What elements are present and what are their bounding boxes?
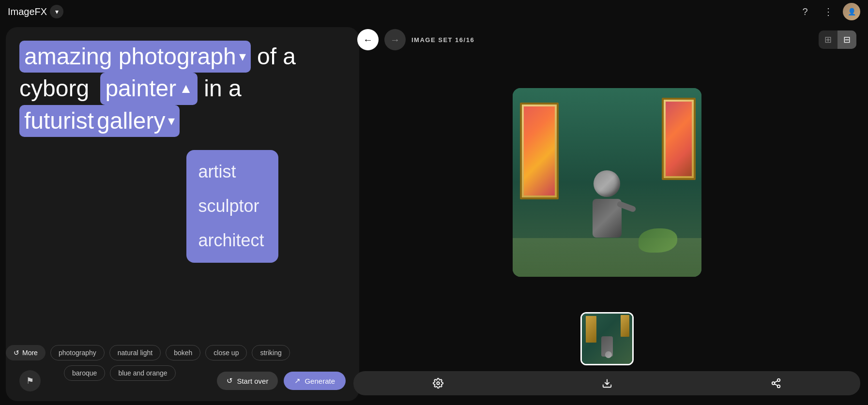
image-nav: ← → IMAGE SET 16/16 ⊞ ⊟ (353, 29, 860, 50)
chip-natural-light[interactable]: natural light (109, 345, 161, 360)
painter-dropdown-arrow: ▲ (179, 80, 193, 97)
header-left: ImageFX ▾ (8, 5, 63, 18)
thumbnail-strip (353, 312, 860, 365)
chip-photography[interactable]: photography (50, 345, 105, 360)
svg-point-1 (777, 379, 780, 382)
prompt-chip-painter[interactable]: painter ▲ artist sculptor architect (100, 73, 197, 105)
thumbnail-1-image (582, 314, 632, 364)
robot-torso (593, 199, 622, 238)
chip-striking[interactable]: striking (252, 345, 289, 360)
prompt-chip-gallery[interactable]: futuristgallery ▾ (19, 105, 180, 137)
more-icon: ↺ (14, 349, 19, 357)
logo-text: ImageFX (8, 6, 47, 17)
painter-dropdown-menu: artist sculptor architect (186, 150, 278, 262)
nav-forward-icon: → (390, 34, 400, 45)
prompt-futurist-prefix: futurist (24, 106, 94, 136)
more-label: More (22, 349, 38, 357)
chip-bokeh[interactable]: bokeh (166, 345, 200, 360)
grid-icon: ⊞ (824, 34, 832, 45)
more-options-icon[interactable]: ⋮ (820, 3, 837, 20)
painting-right-canvas (666, 102, 692, 176)
nav-back-button[interactable]: ← (357, 29, 379, 50)
thumbnail-1[interactable] (580, 312, 634, 365)
paint-palette (639, 228, 677, 253)
chip-baroque[interactable]: baroque (64, 365, 105, 381)
robot-head (594, 170, 620, 197)
prompt-text: amazing photograph ▾ of a cyborg painter… (19, 41, 346, 137)
view-toggle: ⊞ ⊟ (819, 30, 856, 49)
download-button[interactable] (522, 371, 691, 395)
svg-point-2 (772, 382, 775, 385)
main-image (513, 88, 701, 277)
style-chips-section: ↺ More photography natural light bokeh c… (6, 345, 350, 386)
view-single-button[interactable]: ⊟ (838, 30, 856, 49)
prompt-text-of-a: of a (257, 44, 296, 69)
main-image-container (353, 58, 860, 306)
prompt-area: amazing photograph ▾ of a cyborg painter… (19, 41, 346, 362)
right-panel: ← → IMAGE SET 16/16 ⊞ ⊟ (353, 23, 868, 405)
painting-left (520, 103, 559, 199)
photograph-dropdown-arrow: ▾ (239, 48, 246, 65)
robot-figure (585, 170, 629, 248)
logo-dropdown-button[interactable]: ▾ (50, 5, 63, 18)
gallery-dropdown-arrow: ▾ (168, 112, 175, 130)
robot-arm (616, 200, 637, 212)
prompt-text-in-a: in a (204, 75, 241, 101)
prompt-chip-photograph[interactable]: amazing photograph ▾ (19, 41, 251, 73)
dropdown-item-artist[interactable]: artist (186, 155, 278, 189)
share-icon (771, 378, 781, 389)
settings-icon (433, 378, 443, 389)
chip-blue-and-orange[interactable]: blue and orange (110, 365, 175, 381)
nav-back-icon: ← (363, 34, 373, 45)
style-chips-row-1: ↺ More photography natural light bokeh c… (6, 345, 350, 360)
image-set-label: IMAGE SET 16/16 (411, 36, 813, 44)
scene-background (513, 88, 701, 277)
action-bar (353, 371, 860, 395)
prompt-text-cyborg: cyborg (19, 75, 89, 101)
dropdown-item-architect[interactable]: architect (186, 224, 278, 258)
painting-right (662, 98, 696, 180)
avatar-image: 👤 (843, 3, 860, 20)
single-icon: ⊟ (843, 34, 851, 45)
svg-line-4 (774, 384, 777, 386)
view-grid-button[interactable]: ⊞ (819, 30, 838, 49)
dropdown-item-sculptor[interactable]: sculptor (186, 189, 278, 224)
style-chips-row-2: baroque blue and orange (6, 365, 350, 381)
download-icon (602, 378, 612, 389)
header: ImageFX ▾ ? ⋮ 👤 (0, 0, 868, 23)
svg-point-3 (777, 385, 780, 388)
share-button[interactable] (691, 371, 860, 395)
nav-forward-button[interactable]: → (384, 29, 406, 50)
settings-button[interactable] (353, 371, 522, 395)
painting-left-canvas (524, 106, 555, 195)
avatar[interactable]: 👤 (843, 3, 860, 20)
more-button[interactable]: ↺ More (6, 345, 46, 360)
chip-close-up[interactable]: close up (205, 345, 247, 360)
svg-line-5 (774, 381, 777, 383)
help-icon[interactable]: ? (796, 3, 814, 20)
header-right: ? ⋮ 👤 (796, 3, 860, 20)
